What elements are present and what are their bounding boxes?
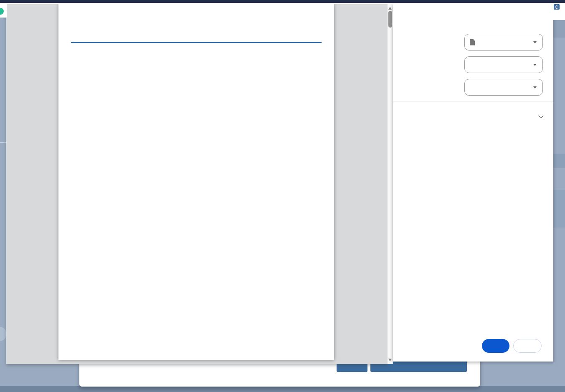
layout-select[interactable] [464, 79, 543, 96]
destination-select[interactable] [464, 34, 543, 51]
preview-scrollbar[interactable] [388, 4, 393, 364]
pdf-file-icon [470, 39, 475, 46]
pages-select[interactable] [464, 56, 543, 73]
clock-history-icon[interactable] [554, 4, 560, 10]
caret-down-icon [533, 86, 537, 89]
bg-circle-fragment [0, 327, 7, 341]
header-strip [0, 3, 565, 4]
print-preview-backdrop [6, 4, 388, 364]
clock-hand [557, 6, 557, 8]
bg-band [553, 20, 565, 38]
bg-divider [0, 142, 6, 143]
teal-dot-logo [0, 8, 4, 15]
top-navy-bar [0, 0, 565, 3]
scroll-up-icon[interactable] [388, 7, 392, 10]
more-settings-toggle[interactable] [403, 111, 543, 122]
print-settings-panel [393, 4, 553, 362]
caret-down-icon [533, 41, 537, 43]
bg-band [553, 190, 565, 228]
save-button[interactable] [482, 339, 509, 353]
cancel-button[interactable] [513, 339, 542, 353]
app-header-right-fragment [553, 3, 565, 20]
screen [0, 0, 565, 392]
print-preview-page [58, 4, 334, 360]
scrollbar-thumb[interactable] [388, 11, 392, 28]
scroll-down-icon[interactable] [388, 359, 392, 362]
app-header-left-fragment [0, 3, 7, 18]
panel-divider [393, 101, 553, 101]
bg-bottom-band [0, 386, 565, 392]
document-main-heading [71, 39, 322, 43]
chevron-down-icon [538, 113, 544, 119]
caret-down-icon [533, 64, 537, 66]
bg-band [553, 154, 565, 168]
